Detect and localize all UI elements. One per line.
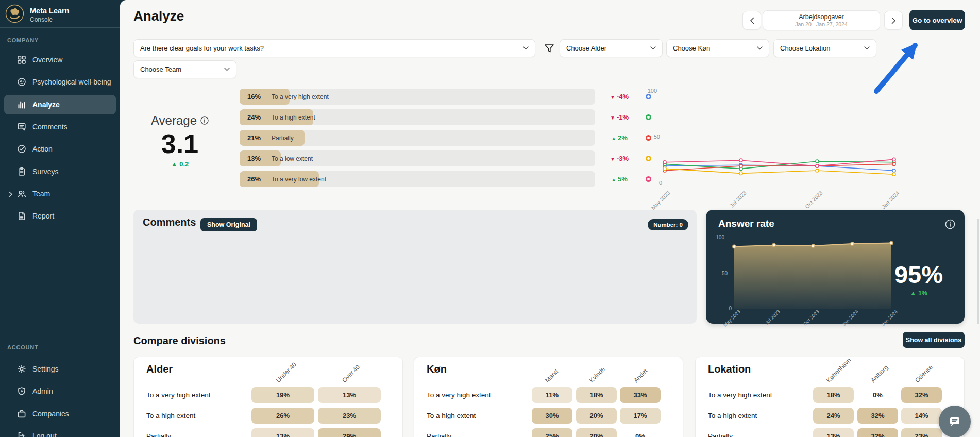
question-select[interactable]: Are there clear goals for your work task…	[133, 39, 535, 57]
gender-filter-value: Choose Køn	[673, 44, 710, 52]
head-icon	[16, 77, 27, 87]
chevron-right-icon[interactable]	[8, 191, 13, 197]
down-triangle-icon: ▼	[610, 115, 615, 121]
compare-value-chip: 30%	[532, 408, 572, 424]
compare-value-chip: 18%	[576, 387, 617, 403]
distribution-label: To a very low extent	[272, 176, 326, 183]
compare-column-header: København	[825, 357, 852, 384]
compare-divisions-heading: Compare divisions	[133, 335, 226, 347]
up-triangle-icon: ▲	[611, 136, 616, 141]
sidebar-item-admin[interactable]: Admin	[4, 381, 116, 401]
distribution-delta-value: 5%	[618, 175, 628, 183]
sidebar-item-label: Comments	[32, 123, 67, 131]
compare-value-chip: 26%	[251, 408, 314, 424]
comments-title: Comments	[143, 216, 196, 228]
distribution-delta: ▲5%	[597, 175, 641, 183]
average-delta: 0.2	[179, 160, 189, 168]
distribution-percent: 21%	[247, 134, 261, 142]
answer-rate-title: Answer rate	[718, 218, 774, 229]
previous-period-button[interactable]	[742, 11, 761, 30]
logout-icon	[16, 431, 27, 437]
sidebar-item-team[interactable]: Team	[4, 184, 116, 204]
compare-row-label: To a very high extent	[146, 387, 211, 403]
gender-filter-select[interactable]: Choose Køn	[666, 39, 769, 57]
scrollbar[interactable]	[977, 218, 979, 324]
age-filter-select[interactable]: Choose Alder	[560, 39, 663, 57]
sidebar-item-wellbeing[interactable]: Psychological well-being	[4, 72, 116, 92]
clipboard-icon	[16, 166, 27, 177]
average-label: Average	[151, 113, 197, 128]
go-to-overview-button[interactable]: Go to overview	[909, 10, 965, 30]
age-filter-value: Choose Alder	[566, 44, 606, 52]
compare-value-chip: 20%	[576, 428, 617, 437]
distribution-delta-value: 2%	[618, 134, 628, 142]
sidebar-item-settings[interactable]: Settings	[4, 359, 116, 379]
distribution-percent: 24%	[247, 113, 261, 121]
sidebar-item-surveys[interactable]: Surveys	[4, 162, 116, 181]
sidebar-item-logout[interactable]: Log out	[4, 426, 116, 437]
down-triangle-icon: ▼	[610, 156, 615, 162]
shield-icon	[16, 386, 27, 396]
chat-button[interactable]	[939, 406, 971, 437]
sidebar-item-comments[interactable]: Comments	[4, 117, 116, 137]
info-icon[interactable]	[945, 219, 955, 229]
distribution-delta: ▼-3%	[597, 155, 641, 162]
period-name: Arbejdsopgaver	[763, 13, 880, 21]
sidebar-item-label: Log out	[32, 432, 57, 437]
y-axis-tick: 50	[715, 271, 728, 276]
team-filter-select[interactable]: Choose Team	[133, 60, 236, 78]
compare-value-chip: 17%	[620, 408, 661, 424]
answer-rate-card: Answer rate 100500May 2023Jul 2023Oct 20…	[706, 210, 965, 324]
sidebar-item-label: Psychological well-being	[32, 78, 111, 86]
sidebar-item-report[interactable]: Report	[4, 206, 116, 226]
chevron-down-icon	[757, 46, 763, 50]
info-icon[interactable]	[200, 116, 209, 125]
answer-rate-value: 95%	[880, 260, 957, 289]
distribution-bar-track: 21%Partially	[240, 130, 595, 146]
period-selector[interactable]: Arbejdsopgaver Jan 20 - Jan 27, 2024	[763, 10, 880, 30]
distribution-bar-track: 16%To a very high extent	[240, 89, 595, 105]
average-value: 3.1	[139, 130, 221, 158]
compare-card-kon: KønMandKvindeAndetTo a very high extent1…	[414, 357, 683, 437]
grid-icon	[16, 55, 27, 65]
compare-card-title: Køn	[427, 363, 447, 375]
distribution-delta-value: -1%	[617, 113, 629, 121]
chevron-down-icon	[864, 46, 870, 50]
brand: Meta Learn Console	[5, 4, 70, 25]
show-original-button[interactable]: Show Original	[200, 218, 257, 231]
filter-icon[interactable]	[544, 43, 555, 54]
compare-card-alder: AlderUnder 40Over 40To a very high exten…	[133, 357, 403, 437]
distribution-delta: ▼-4%	[597, 93, 641, 100]
distribution-percent: 16%	[247, 93, 261, 100]
compare-value-chip: 19%	[251, 387, 314, 403]
next-period-button[interactable]	[884, 11, 903, 30]
compare-column-header: Over 40	[341, 363, 361, 384]
compare-card-title: Alder	[146, 363, 173, 375]
location-filter-select[interactable]: Choose Lokation	[773, 39, 876, 57]
answer-rate-area-chart	[726, 231, 902, 314]
distribution-percent: 13%	[247, 155, 261, 162]
compare-value-chip: 0%	[857, 387, 898, 403]
compare-value-chip: 33%	[620, 387, 661, 403]
compare-row-label: To a high extent	[708, 408, 757, 424]
answer-rate-delta: 1%	[918, 290, 927, 297]
compare-value-chip: 32%	[857, 408, 898, 424]
chevron-down-icon	[523, 46, 529, 50]
compare-value-chip: 32%	[901, 387, 942, 403]
compare-value-chip: 0%	[620, 428, 661, 437]
question-select-value: Are there clear goals for your work task…	[140, 44, 264, 52]
compare-value-chip: 18%	[813, 387, 854, 403]
up-triangle-icon: ▲	[910, 290, 916, 297]
page-title: Analyze	[133, 8, 184, 24]
up-triangle-icon: ▲	[611, 177, 616, 182]
sidebar-item-action[interactable]: Action	[4, 139, 116, 159]
distribution-row: 24%To a high extent▼-1%	[240, 109, 651, 125]
main-content: Analyze Arbejdsopgaver Jan 20 - Jan 27, …	[120, 0, 980, 437]
sidebar-item-overview[interactable]: Overview	[4, 50, 116, 70]
distribution-bar-track: 13%To a low extent	[240, 150, 595, 166]
sidebar-item-companies[interactable]: Companies	[4, 404, 116, 424]
sidebar-item-analyze[interactable]: Analyze	[4, 95, 116, 114]
compare-value-chip: 23%	[901, 428, 942, 437]
compare-column-header: Aalborg	[869, 364, 889, 384]
show-all-divisions-button[interactable]: Show all divisions	[903, 332, 965, 348]
